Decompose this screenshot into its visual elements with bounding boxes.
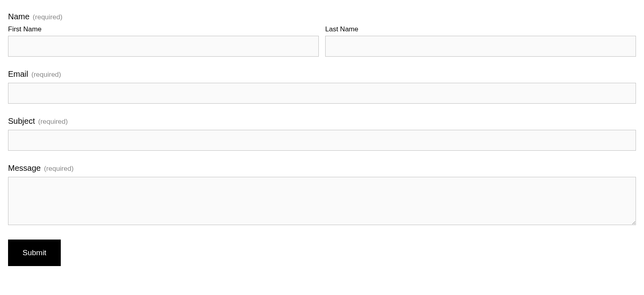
- last-name-col: Last Name: [325, 25, 636, 57]
- subject-label: Subject: [8, 117, 35, 126]
- name-title-row: Name (required): [8, 12, 636, 21]
- contact-form: Name (required) First Name Last Name Ema…: [8, 12, 636, 266]
- name-required-note: (required): [33, 13, 62, 21]
- email-field-group: Email (required): [8, 70, 636, 104]
- submit-button[interactable]: Submit: [8, 240, 61, 266]
- email-required-note: (required): [31, 71, 61, 79]
- message-textarea[interactable]: [8, 177, 636, 225]
- last-name-input[interactable]: [325, 36, 636, 57]
- subject-field-group: Subject (required): [8, 117, 636, 151]
- email-title-row: Email (required): [8, 70, 636, 79]
- message-title-row: Message (required): [8, 164, 636, 173]
- email-label: Email: [8, 70, 28, 79]
- name-label: Name: [8, 12, 29, 21]
- first-name-label: First Name: [8, 25, 319, 33]
- email-input[interactable]: [8, 83, 636, 104]
- last-name-label: Last Name: [325, 25, 636, 33]
- name-field-group: Name (required) First Name Last Name: [8, 12, 636, 57]
- subject-title-row: Subject (required): [8, 117, 636, 126]
- subject-required-note: (required): [38, 118, 68, 126]
- first-name-col: First Name: [8, 25, 319, 57]
- subject-input[interactable]: [8, 130, 636, 151]
- message-required-note: (required): [44, 165, 74, 173]
- message-label: Message: [8, 164, 41, 173]
- name-input-row: First Name Last Name: [8, 25, 636, 57]
- message-field-group: Message (required): [8, 164, 636, 227]
- first-name-input[interactable]: [8, 36, 319, 57]
